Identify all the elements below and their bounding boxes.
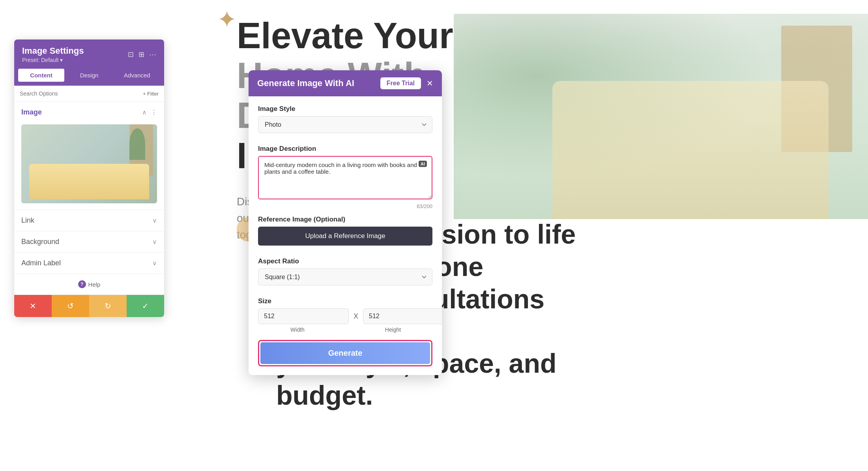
image-settings-panel: Image Settings Preset: Default ▾ ⊡ ⊞ ⋯ C… <box>14 39 164 317</box>
modal-body: Image Style PhotoIllustrationPaintingSke… <box>249 96 442 375</box>
layout-icon[interactable]: ⊞ <box>138 50 144 59</box>
panel-header-left: Image Settings Preset: Default ▾ <box>22 46 84 63</box>
image-style-field: Image Style PhotoIllustrationPaintingSke… <box>258 105 432 139</box>
generate-image-modal: Generate Image With AI Free Trial ✕ Imag… <box>249 70 442 375</box>
sofa-decoration <box>552 81 829 219</box>
char-count: 83/200 <box>258 203 432 209</box>
image-description-label: Image Description <box>258 145 432 153</box>
modal-header: Generate Image With AI Free Trial ✕ <box>249 70 442 96</box>
height-label: Height <box>354 327 432 333</box>
size-inputs-row: X <box>258 308 432 324</box>
aspect-ratio-label: Aspect Ratio <box>258 257 432 265</box>
ai-badge: AI <box>419 161 427 167</box>
description-textarea[interactable] <box>258 156 432 199</box>
panel-title: Image Settings <box>22 46 84 56</box>
image-section-more[interactable]: ⋮ <box>151 109 157 116</box>
aspect-ratio-select[interactable]: Square (1:1)Landscape (16:9)Portrait (9:… <box>258 268 432 285</box>
image-description-field: Image Description AI 83/200 <box>258 145 432 209</box>
admin-label-section-header[interactable]: Admin Label ∨ <box>14 253 164 274</box>
search-bar: + Filter <box>14 86 164 102</box>
background-section-chevron: ∨ <box>152 238 157 246</box>
image-section-header[interactable]: Image ∧ ⋮ <box>14 102 164 123</box>
fullscreen-icon[interactable]: ⊡ <box>128 50 134 59</box>
panel-footer: ✕ ↺ ↻ ✓ <box>14 295 164 317</box>
background-section-header[interactable]: Background ∨ <box>14 231 164 252</box>
help-icon: ? <box>78 280 86 288</box>
free-trial-badge: Free Trial <box>380 77 421 89</box>
hero-image <box>454 14 868 219</box>
background-section-title: Background <box>21 238 59 246</box>
panel-header-icons: ⊡ ⊞ ⋯ <box>128 50 156 59</box>
undo-button[interactable]: ↺ <box>52 295 89 317</box>
size-labels-row: Width Height <box>258 327 432 333</box>
tab-advanced[interactable]: Advanced <box>114 69 160 82</box>
description-wrapper: AI <box>258 156 432 201</box>
size-field: Size X Width Height <box>258 297 432 333</box>
reference-image-field: Reference Image (Optional) Upload a Refe… <box>258 216 432 252</box>
tab-design[interactable]: Design <box>66 69 112 82</box>
link-section-chevron: ∨ <box>152 217 157 224</box>
width-label: Width <box>258 327 337 333</box>
image-preview <box>14 123 164 210</box>
image-preview-box <box>21 124 157 203</box>
image-section-title: Image <box>21 108 42 116</box>
reference-image-label: Reference Image (Optional) <box>258 216 432 223</box>
panel-bottom: ? Help <box>14 274 164 295</box>
preset-label[interactable]: Preset: Default ▾ <box>22 57 84 63</box>
save-button[interactable]: ✓ <box>127 295 164 317</box>
image-section-chevron-up: ∧ <box>142 109 147 116</box>
link-section-header[interactable]: Link ∨ <box>14 210 164 231</box>
preview-plant <box>129 128 145 160</box>
height-input[interactable] <box>363 308 442 324</box>
modal-header-right: Free Trial ✕ <box>380 77 433 89</box>
size-x-separator: X <box>354 312 358 321</box>
filter-button[interactable]: + Filter <box>143 91 159 97</box>
generate-button-wrapper: Generate <box>258 340 432 366</box>
tab-content[interactable]: Content <box>18 69 64 82</box>
search-input[interactable] <box>20 90 140 97</box>
image-style-label: Image Style <box>258 105 432 113</box>
modal-title: Generate Image With AI <box>257 78 354 88</box>
generate-button[interactable]: Generate <box>260 342 430 364</box>
size-label: Size <box>258 297 432 305</box>
upload-reference-button[interactable]: Upload a Reference Image <box>258 227 432 246</box>
width-input[interactable] <box>258 308 349 324</box>
cancel-button[interactable]: ✕ <box>14 295 52 317</box>
redo-button[interactable]: ↻ <box>89 295 127 317</box>
modal-close-button[interactable]: ✕ <box>427 79 433 87</box>
panel-tabs: Content Design Advanced <box>14 69 164 86</box>
preview-sofa <box>29 164 149 199</box>
panel-header: Image Settings Preset: Default ▾ ⊡ ⊞ ⋯ <box>14 39 164 69</box>
admin-label-section-chevron: ∨ <box>152 259 157 267</box>
link-section: Link ∨ <box>14 210 164 231</box>
help-button[interactable]: ? Help <box>78 280 101 288</box>
admin-label-section-title: Admin Label <box>21 259 61 267</box>
x-spacer <box>342 327 349 333</box>
link-section-title: Link <box>21 216 34 225</box>
image-style-select[interactable]: PhotoIllustrationPaintingSketch <box>258 116 432 133</box>
more-options-icon[interactable]: ⋯ <box>149 50 156 59</box>
help-label: Help <box>88 281 101 288</box>
admin-label-section: Admin Label ∨ <box>14 253 164 274</box>
star-decoration: ✦ <box>217 8 237 32</box>
aspect-ratio-field: Aspect Ratio Square (1:1)Landscape (16:9… <box>258 257 432 292</box>
background-section: Background ∨ <box>14 231 164 253</box>
image-section: Image ∧ ⋮ <box>14 102 164 210</box>
